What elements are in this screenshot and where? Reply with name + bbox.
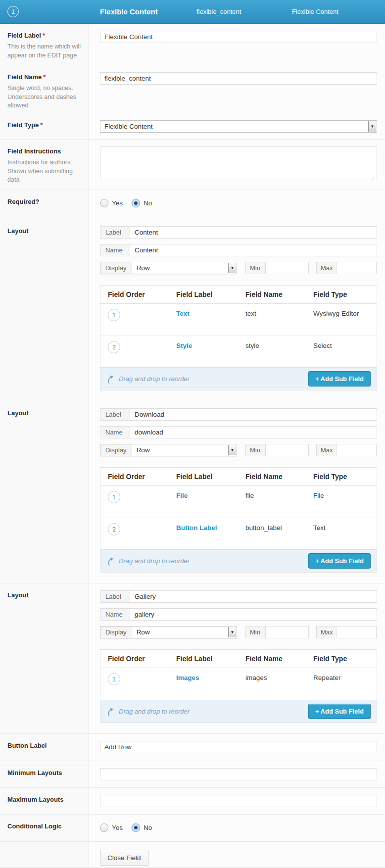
label-prefix: Label xyxy=(100,409,130,420)
layout-title: Layout xyxy=(7,591,82,599)
acf-field-editor: 1 Flexible Content flexible_content Flex… xyxy=(0,0,385,868)
layout-max-input[interactable] xyxy=(337,627,385,638)
setting-row-field-label: Field Label* This is the name which will… xyxy=(0,24,385,65)
add-sub-field-button[interactable]: + Add Sub Field xyxy=(308,371,371,386)
layout-title: Layout xyxy=(7,409,82,417)
sub-field-order-badge[interactable]: 2 xyxy=(108,341,120,353)
field-header-bar[interactable]: 1 Flexible Content flexible_content Flex… xyxy=(0,0,385,24)
setting-row-minimum-layouts: Minimum Layouts xyxy=(0,761,385,788)
setting-row-layout-3: Layout Label Name Display Row ▼ xyxy=(0,583,385,734)
max-prefix: Max xyxy=(317,262,337,274)
sub-field-name: images xyxy=(238,668,306,700)
layout-name-group: Name xyxy=(100,426,377,438)
sub-field-row: 2 Button Label button_label Text xyxy=(100,518,377,549)
select-arrow-icon: ▼ xyxy=(228,627,236,637)
layout-min-group: Min xyxy=(245,626,309,638)
conditional-logic-title: Conditional Logic xyxy=(7,822,82,830)
layout-name-input[interactable] xyxy=(130,427,377,438)
layout-min-group: Min xyxy=(245,444,309,456)
sub-field-label-link[interactable]: Button Label xyxy=(176,524,217,531)
field-name-description: Single word, no spaces. Underscores and … xyxy=(7,84,82,110)
sub-field-type: File xyxy=(306,486,377,518)
sub-field-label-link[interactable]: Images xyxy=(176,674,199,681)
display-prefix: Display xyxy=(100,444,132,456)
layout-label-group: Label xyxy=(100,408,377,421)
sub-field-order-badge[interactable]: 1 xyxy=(108,309,120,321)
sub-field-label-link[interactable]: Style xyxy=(176,342,192,349)
required-no-label[interactable]: No xyxy=(144,199,152,207)
add-sub-field-button[interactable]: + Add Sub Field xyxy=(308,704,371,719)
min-prefix: Min xyxy=(246,262,266,274)
sub-field-order-badge[interactable]: 1 xyxy=(108,673,120,685)
layout-label-input[interactable] xyxy=(130,591,377,602)
display-select[interactable]: Row ▼ xyxy=(132,627,237,638)
drag-reorder-arrow-icon xyxy=(106,557,115,566)
conditional-yes-radio[interactable] xyxy=(100,823,108,832)
setting-row-layout-1: Layout Label Name Display Row ▼ xyxy=(0,219,385,401)
conditional-yes-label[interactable]: Yes xyxy=(112,824,123,831)
sub-field-row: 2 Style style Select xyxy=(100,336,377,367)
drag-reorder-hint: Drag and drop to reorder xyxy=(119,557,190,565)
sub-fields-table-header: Field Order Field Label Field Name Field… xyxy=(100,650,377,668)
required-yes-radio[interactable] xyxy=(100,199,108,207)
sub-field-row: 1 File file File xyxy=(100,486,377,518)
maximum-layouts-title: Maximum Layouts xyxy=(7,796,82,803)
minimum-layouts-input[interactable] xyxy=(100,768,377,780)
field-name-input[interactable] xyxy=(100,72,377,85)
field-instructions-textarea[interactable] xyxy=(100,146,377,180)
field-instructions-title: Field Instructions xyxy=(7,147,82,155)
required-yes-label[interactable]: Yes xyxy=(112,199,123,207)
max-prefix: Max xyxy=(317,444,337,456)
button-label-input[interactable] xyxy=(100,741,377,753)
field-type-select[interactable]: Flexible Content ▼ xyxy=(100,120,377,133)
conditional-no-label[interactable]: No xyxy=(144,824,152,831)
display-select[interactable]: Row ▼ xyxy=(132,444,237,456)
layout-max-group: Max xyxy=(316,444,377,456)
layout-max-group: Max xyxy=(316,626,377,638)
layout-max-input[interactable] xyxy=(337,444,385,456)
required-asterisk: * xyxy=(43,32,45,39)
layout-label-input[interactable] xyxy=(130,409,377,420)
required-title: Required? xyxy=(7,198,82,205)
conditional-logic-radio-group: Yes No xyxy=(100,823,377,832)
max-prefix: Max xyxy=(317,627,337,638)
display-select[interactable]: Row ▼ xyxy=(132,262,237,274)
setting-row-required: Required? Yes No xyxy=(0,190,385,219)
layout-name-input[interactable] xyxy=(130,609,377,620)
header-field-label: Flexible Content xyxy=(100,7,158,16)
min-prefix: Min xyxy=(246,444,266,456)
required-radio-group: Yes No xyxy=(100,199,377,207)
min-prefix: Min xyxy=(246,627,266,638)
layout-max-input[interactable] xyxy=(337,262,385,274)
required-no-radio[interactable] xyxy=(132,199,140,207)
close-field-button[interactable]: Close Field xyxy=(100,850,148,866)
sub-field-type: Wysiwyg Editor xyxy=(306,304,377,336)
sub-field-type: Repeater xyxy=(306,668,377,700)
maximum-layouts-input[interactable] xyxy=(100,795,377,807)
sub-field-order-badge[interactable]: 2 xyxy=(108,523,120,535)
display-selected-value: Row xyxy=(137,628,150,636)
sub-fields-table-header: Field Order Field Label Field Name Field… xyxy=(100,286,377,304)
select-arrow-icon: ▼ xyxy=(228,445,236,455)
sub-fields-table: Field Order Field Label Field Name Field… xyxy=(100,467,377,573)
setting-row-layout-2: Layout Label Name Display Row ▼ xyxy=(0,401,385,583)
add-sub-field-button[interactable]: + Add Sub Field xyxy=(308,553,371,569)
layout-label-group: Label xyxy=(100,226,377,239)
sub-field-order-badge[interactable]: 1 xyxy=(108,491,120,503)
sub-field-name: file xyxy=(238,486,306,518)
sub-field-label-link[interactable]: Text xyxy=(176,310,190,317)
layout-name-group: Name xyxy=(100,608,377,621)
setting-row-conditional-logic: Conditional Logic Yes No xyxy=(0,815,385,842)
field-label-description: This is the name which will appear on th… xyxy=(7,43,82,60)
conditional-no-radio[interactable] xyxy=(132,823,140,832)
layout-label-input[interactable] xyxy=(130,227,377,238)
field-instructions-description: Instructions for authors. Shown when sub… xyxy=(7,158,82,185)
sub-fields-table-header: Field Order Field Label Field Name Field… xyxy=(100,468,377,486)
sub-field-label-link[interactable]: File xyxy=(176,492,188,499)
setting-row-field-name: Field Name* Single word, no spaces. Unde… xyxy=(0,65,385,113)
layout-name-input[interactable] xyxy=(130,244,377,256)
field-label-input[interactable] xyxy=(100,31,377,43)
sub-field-type: Select xyxy=(306,336,377,367)
layout-label-group: Label xyxy=(100,590,377,603)
display-prefix: Display xyxy=(100,262,132,274)
